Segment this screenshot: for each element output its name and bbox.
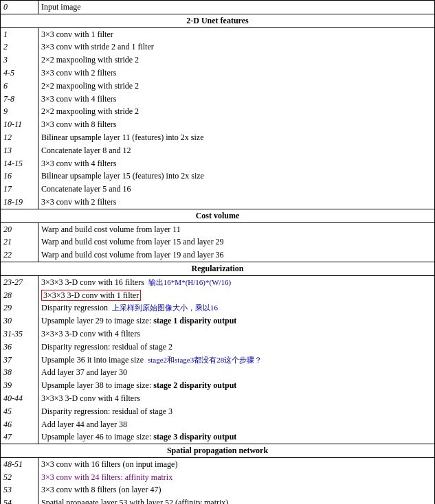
row-number: 16 — [1, 170, 38, 183]
table-row: 45Disparity regression: residual of stag… — [1, 405, 435, 418]
bold-part: stage 2 disparity output — [153, 380, 236, 390]
row-number: 3 — [1, 54, 38, 67]
row-number: 13 — [1, 144, 38, 157]
table-row: 23×3 conv with stride 2 and 1 filter — [1, 41, 435, 54]
table-row: 22Warp and build cost volume from layer … — [1, 249, 435, 262]
row-number: 0 — [1, 1, 38, 14]
row-description: Spatial propagate layer 53 with layer 52… — [38, 496, 435, 504]
row-description: Warp and build cost volume from layer 19… — [38, 249, 435, 262]
row-number: 17 — [1, 183, 38, 196]
table-row: 40-443×3×3 3-D conv with 4 filters — [1, 392, 435, 405]
row-number: 21 — [1, 236, 38, 249]
row-number: 52 — [1, 471, 38, 484]
row-description: 3×3 conv with 8 filters — [38, 118, 435, 131]
row-number: 53 — [1, 483, 38, 496]
table-row: 37Upsample 36 it into image sizestage2和s… — [1, 354, 435, 367]
table-row: 48-513×3 conv with 16 filters (on input … — [1, 457, 435, 470]
row-description: Disparity regression上采样到原始图像大小，乘以16 — [38, 301, 435, 314]
table-row: 36Disparity regression: residual of stag… — [1, 341, 435, 354]
table-row: 0Input image — [1, 1, 435, 14]
table-row: 54Spatial propagate layer 53 with layer … — [1, 496, 435, 504]
row-description: 2×2 maxpooling with stride 2 — [38, 105, 435, 118]
table-row: 39Upsample layer 38 to image size: stage… — [1, 379, 435, 392]
row-description: Disparity regression: residual of stage … — [38, 405, 435, 418]
row-number: 9 — [1, 105, 38, 118]
section-header: Cost volume — [1, 209, 435, 222]
row-number: 6 — [1, 80, 38, 93]
table-row: 10-113×3 conv with 8 filters — [1, 118, 435, 131]
row-description: Disparity regression: residual of stage … — [38, 341, 435, 354]
row-number: 23-27 — [1, 275, 38, 288]
row-number: 38 — [1, 366, 38, 379]
row-description: 3×3 conv with 16 filters (on input image… — [38, 457, 435, 470]
row-description: 3×3 conv with stride 2 and 1 filter — [38, 41, 435, 54]
row-number: 10-11 — [1, 118, 38, 131]
row-description: 3×3 conv with 2 filters — [38, 196, 435, 209]
row-number: 31-35 — [1, 328, 38, 341]
row-number: 47 — [1, 431, 38, 444]
row-description: 3×3 conv with 24 filters: affinity matri… — [38, 471, 435, 484]
table-row: 16Bilinear upsample layer 15 (features) … — [1, 170, 435, 183]
row-number: 28 — [1, 289, 38, 302]
row-description: Upsample layer 38 to image size: stage 2… — [38, 379, 435, 392]
row-number: 36 — [1, 341, 38, 354]
row-number: 46 — [1, 418, 38, 431]
row-description: Add layer 44 and layer 38 — [38, 418, 435, 431]
table-row: 47Upsample layer 46 to image size: stage… — [1, 431, 435, 444]
table-row: 523×3 conv with 24 filters: affinity mat… — [1, 471, 435, 484]
row-description: 3×3 conv with 4 filters — [38, 157, 435, 170]
table-row: 62×2 maxpooling with stride 2 — [1, 80, 435, 93]
row-description: 3×3×3 3-D conv with 4 filters — [38, 392, 435, 405]
row-number: 4-5 — [1, 67, 38, 80]
row-description: Upsample layer 46 to image size: stage 3… — [38, 431, 435, 444]
bold-part: stage 3 disparity output — [153, 432, 236, 442]
row-description: Warp and build cost volume from layer 15… — [38, 236, 435, 249]
row-description: 3×3 conv with 1 filter — [38, 27, 435, 41]
table-row: 31-353×3×3 3-D conv with 4 filters — [1, 328, 435, 341]
table-row: 13Concatenate layer 8 and 12 — [1, 144, 435, 157]
row-description: 3×3×3 3-D conv with 4 filters — [38, 328, 435, 341]
annotation: 上采样到原始图像大小，乘以16 — [112, 303, 218, 312]
row-number: 20 — [1, 222, 38, 236]
row-number: 48-51 — [1, 457, 38, 470]
table-row: 38Add layer 37 and layer 30 — [1, 366, 435, 379]
annotation: 输出16*M*(H/16)*(W/16) — [148, 278, 231, 286]
annotation: stage2和stage3都没有28这个步骤？ — [148, 356, 262, 364]
table-row: 30Upsample layer 29 to image size: stage… — [1, 314, 435, 328]
table-row: 21Warp and build cost volume from layer … — [1, 236, 435, 249]
table-row: 533×3 conv with 8 filters (on layer 47) — [1, 483, 435, 496]
row-description: 2×2 maxpooling with stride 2 — [38, 54, 435, 67]
table-row: 92×2 maxpooling with stride 2 — [1, 105, 435, 118]
section-header: Spatial propagation network — [1, 444, 435, 458]
row-description: 3×3×3 3-D conv with 1 filter — [38, 289, 435, 302]
row-number: 29 — [1, 301, 38, 314]
row-number: 54 — [1, 496, 38, 504]
table-row: 7-83×3 conv with 4 filters — [1, 93, 435, 106]
row-description: Warp and build cost volume from layer 11 — [38, 222, 435, 236]
row-description: Concatenate layer 5 and 16 — [38, 183, 435, 196]
section-header: 2-D Unet features — [1, 14, 435, 27]
table-row: 29Disparity regression上采样到原始图像大小，乘以16 — [1, 301, 435, 314]
row-number: 1 — [1, 27, 38, 41]
row-description: 3×3 conv with 4 filters — [38, 93, 435, 106]
row-number: 40-44 — [1, 392, 38, 405]
purple-text: 3×3 conv with 24 filters: affinity matri… — [41, 472, 172, 482]
row-number: 18-19 — [1, 196, 38, 209]
table-row: 46Add layer 44 and layer 38 — [1, 418, 435, 431]
row-description: Upsample 36 it into image sizestage2和sta… — [38, 354, 435, 367]
row-description: 3×3 conv with 8 filters (on layer 47) — [38, 483, 435, 496]
row-number: 30 — [1, 314, 38, 328]
row-description: 3×3×3 3-D conv with 16 filters输出16*M*(H/… — [38, 275, 435, 288]
row-number: 45 — [1, 405, 38, 418]
table-row: 283×3×3 3-D conv with 1 filter — [1, 289, 435, 302]
row-description: Bilinear upsample layer 15 (features) in… — [38, 170, 435, 183]
section-header: Regularization — [1, 262, 435, 275]
row-description: 3×3 conv with 2 filters — [38, 67, 435, 80]
row-number: 39 — [1, 379, 38, 392]
table-row: 17Concatenate layer 5 and 16 — [1, 183, 435, 196]
row-description: 2×2 maxpooling with stride 2 — [38, 80, 435, 93]
table-row: 14-153×3 conv with 4 filters — [1, 157, 435, 170]
main-table: 0Input image2-D Unet features13×3 conv w… — [0, 0, 435, 504]
row-number: 14-15 — [1, 157, 38, 170]
bold-part: stage 1 disparity output — [153, 316, 236, 325]
